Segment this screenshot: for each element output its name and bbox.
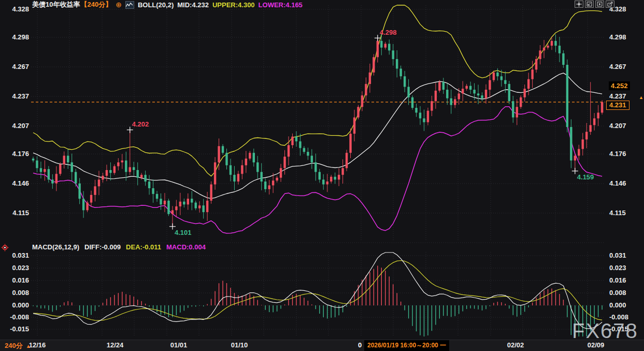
date-axis-label: 02/02 [507, 341, 524, 349]
page-title: 美债10年收益率【240分】 [32, 0, 112, 9]
macd-axis-label: 0.008 [3, 289, 29, 297]
chart-canvas[interactable] [0, 0, 644, 351]
price-axis-label: 4.176 [609, 150, 626, 158]
price-axis-label: 4.267 [3, 63, 29, 71]
macd-diff-value: DIFF:-0.009 [84, 243, 121, 251]
trading-chart-window: 美债10年收益率【240分】 ⊕ BOLL(20,2) MID:4.232 UP… [0, 0, 644, 351]
macd-axis-label: 0.008 [609, 289, 626, 297]
last-price-badge: 4.231 [606, 101, 629, 110]
price-axis-label: 4.328 [3, 5, 29, 13]
price-extreme-annotation: 4.101 [175, 229, 192, 236]
clipped-date-label: 0 [358, 341, 362, 349]
frame-arrow-out-icon[interactable] [606, 1, 614, 8]
session-high-badge: 4.252 [609, 81, 630, 90]
boll-mid-value: MID:4.232 [177, 1, 209, 9]
frame-arrow-left-icon[interactable] [585, 1, 594, 8]
macd-axis-label: 0.000 [3, 301, 29, 309]
price-axis-label: 4.146 [3, 179, 29, 187]
date-axis-label: 12/16 [29, 341, 46, 349]
macd-macd-value: MACD:0.004 [166, 243, 206, 251]
price-axis-label: 4.115 [609, 209, 626, 217]
macd-axis-label: -0.015 [3, 325, 29, 333]
price-axis-label: 4.298 [609, 33, 626, 41]
date-axis-label: 12/24 [107, 341, 124, 349]
time-axis-bar [0, 340, 644, 351]
circle-plus-icon[interactable]: ⊕ [116, 1, 122, 9]
price-extreme-annotation: 4.202 [132, 120, 149, 128]
price-axis-label: 4.237 [609, 92, 626, 100]
macd-axis-label: 0.000 [609, 301, 626, 309]
boll-lower-value: LOWER:4.165 [259, 1, 303, 9]
frame-play-icon[interactable] [595, 1, 604, 8]
price-axis-label: 4.115 [3, 209, 29, 217]
price-up-arrow-icon: ▲ [639, 95, 643, 100]
macd-settings-icon[interactable] [1, 244, 9, 254]
timeframe-selector[interactable]: 240分 ▲ [5, 341, 31, 350]
price-axis-label: 4.207 [3, 122, 29, 130]
price-axis-label: 4.146 [609, 179, 626, 187]
timeframe-bracket: 【240分】 [80, 1, 112, 8]
boll-upper-value: UPPER:4.300 [212, 1, 255, 9]
macd-axis-label: -0.008 [3, 313, 29, 321]
symbol-name: 美债10年收益率 [32, 1, 80, 8]
boll-params-label: BOLL(20,2) [138, 1, 174, 9]
fx678-watermark: FX678 [572, 319, 638, 343]
macd-axis-label: 0.023 [3, 264, 29, 272]
price-axis-label: 4.267 [609, 63, 626, 71]
timeframe-label: 240分 [5, 341, 23, 350]
macd-dea-value: DEA:-0.011 [126, 243, 161, 251]
date-axis-label: 01/01 [170, 341, 188, 349]
selected-candle-datetime-tooltip: 2026/01/19 16:00～20:00 一 [364, 340, 449, 351]
macd-axis-label: 0.031 [609, 251, 626, 259]
macd-axis-label: 0.016 [609, 276, 626, 284]
price-extreme-annotation: 4.159 [577, 173, 594, 181]
macd-axis-label: 0.023 [609, 264, 626, 272]
macd-params-label: MACD(26,12,9) [32, 243, 79, 251]
chart-header: 美债10年收益率【240分】 ⊕ BOLL(20,2) MID:4.232 UP… [32, 0, 303, 9]
boll-indicator-icon[interactable] [125, 1, 134, 9]
date-axis-label: 01/10 [231, 341, 248, 349]
macd-axis-label: 0.016 [3, 276, 29, 284]
price-axis-label: 4.237 [3, 92, 29, 100]
price-axis-label: 4.298 [3, 33, 29, 41]
macd-header: MACD(26,12,9) DIFF:-0.009 DEA:-0.011 MAC… [32, 243, 206, 251]
crosshair-icon[interactable] [575, 1, 583, 8]
price-axis-label: 4.176 [3, 150, 29, 158]
chart-toolbar [575, 1, 614, 8]
price-axis-label: 4.207 [609, 122, 626, 130]
price-extreme-annotation: 4.298 [380, 29, 397, 36]
